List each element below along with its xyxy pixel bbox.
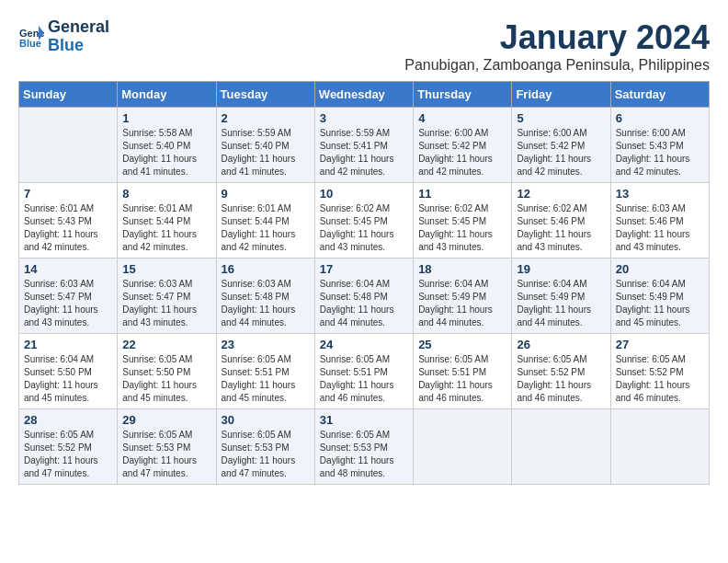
day-info: Sunrise: 6:00 AM Sunset: 5:42 PM Dayligh… [517, 127, 605, 178]
day-info: Sunrise: 6:04 AM Sunset: 5:50 PM Dayligh… [24, 353, 112, 405]
day-info: Sunrise: 6:05 AM Sunset: 5:52 PM Dayligh… [517, 353, 605, 405]
calendar-day-cell [19, 108, 118, 183]
day-header-saturday: Saturday [610, 82, 709, 108]
day-number: 20 [616, 262, 704, 276]
logo-general: General [48, 18, 109, 37]
day-number: 3 [320, 111, 408, 125]
calendar-week-row: 7Sunrise: 6:01 AM Sunset: 5:43 PM Daylig… [19, 183, 710, 259]
day-info: Sunrise: 6:01 AM Sunset: 5:43 PM Dayligh… [24, 202, 112, 254]
calendar-week-row: 1Sunrise: 5:58 AM Sunset: 5:40 PM Daylig… [19, 108, 710, 183]
calendar-day-cell [610, 409, 709, 485]
calendar-day-cell: 13Sunrise: 6:03 AM Sunset: 5:46 PM Dayli… [610, 183, 709, 259]
day-number: 4 [418, 111, 506, 125]
calendar-day-cell: 23Sunrise: 6:05 AM Sunset: 5:51 PM Dayli… [216, 334, 314, 409]
day-info: Sunrise: 6:03 AM Sunset: 5:47 PM Dayligh… [24, 278, 112, 329]
calendar-day-cell: 4Sunrise: 6:00 AM Sunset: 5:42 PM Daylig… [414, 108, 512, 183]
calendar-day-cell: 20Sunrise: 6:04 AM Sunset: 5:49 PM Dayli… [610, 259, 709, 334]
calendar-day-cell: 30Sunrise: 6:05 AM Sunset: 5:53 PM Dayli… [216, 409, 314, 485]
day-info: Sunrise: 6:03 AM Sunset: 5:47 PM Dayligh… [122, 278, 210, 329]
day-header-wednesday: Wednesday [314, 82, 413, 108]
calendar-day-cell: 24Sunrise: 6:05 AM Sunset: 5:51 PM Dayli… [314, 334, 413, 409]
day-number: 13 [616, 187, 704, 201]
day-number: 11 [418, 187, 506, 201]
calendar-day-cell: 1Sunrise: 5:58 AM Sunset: 5:40 PM Daylig… [118, 108, 216, 183]
calendar-day-cell: 7Sunrise: 6:01 AM Sunset: 5:43 PM Daylig… [19, 183, 118, 259]
day-number: 1 [122, 111, 210, 125]
day-number: 6 [616, 111, 704, 125]
calendar-day-cell: 31Sunrise: 6:05 AM Sunset: 5:53 PM Dayli… [314, 409, 413, 485]
day-number: 31 [320, 413, 408, 427]
calendar-header-row: SundayMondayTuesdayWednesdayThursdayFrid… [19, 82, 710, 108]
day-info: Sunrise: 6:01 AM Sunset: 5:44 PM Dayligh… [122, 202, 210, 254]
day-number: 17 [320, 262, 408, 276]
day-number: 10 [320, 187, 408, 201]
day-header-monday: Monday [118, 82, 216, 108]
day-number: 28 [24, 413, 112, 427]
calendar-day-cell: 17Sunrise: 6:04 AM Sunset: 5:48 PM Dayli… [314, 259, 413, 334]
calendar-day-cell: 5Sunrise: 6:00 AM Sunset: 5:42 PM Daylig… [512, 108, 610, 183]
calendar-day-cell: 2Sunrise: 5:59 AM Sunset: 5:40 PM Daylig… [216, 108, 314, 183]
calendar-day-cell: 10Sunrise: 6:02 AM Sunset: 5:45 PM Dayli… [314, 183, 413, 259]
calendar-day-cell: 21Sunrise: 6:04 AM Sunset: 5:50 PM Dayli… [19, 334, 118, 409]
logo-blue: Blue [48, 37, 109, 55]
day-info: Sunrise: 6:05 AM Sunset: 5:50 PM Dayligh… [122, 353, 210, 405]
calendar-day-cell: 14Sunrise: 6:03 AM Sunset: 5:47 PM Dayli… [19, 259, 118, 334]
day-info: Sunrise: 6:03 AM Sunset: 5:46 PM Dayligh… [616, 202, 704, 254]
day-number: 16 [222, 262, 310, 276]
calendar-day-cell: 11Sunrise: 6:02 AM Sunset: 5:45 PM Dayli… [414, 183, 512, 259]
day-info: Sunrise: 6:05 AM Sunset: 5:52 PM Dayligh… [24, 429, 112, 480]
calendar-week-row: 21Sunrise: 6:04 AM Sunset: 5:50 PM Dayli… [19, 334, 710, 409]
day-info: Sunrise: 5:59 AM Sunset: 5:40 PM Dayligh… [222, 127, 310, 178]
day-number: 30 [222, 413, 310, 427]
day-info: Sunrise: 6:04 AM Sunset: 5:49 PM Dayligh… [517, 278, 605, 329]
calendar-table: SundayMondayTuesdayWednesdayThursdayFrid… [18, 81, 710, 485]
calendar-day-cell: 6Sunrise: 6:00 AM Sunset: 5:43 PM Daylig… [610, 108, 709, 183]
day-info: Sunrise: 6:04 AM Sunset: 5:49 PM Dayligh… [616, 278, 704, 329]
day-number: 26 [517, 338, 605, 351]
day-info: Sunrise: 6:02 AM Sunset: 5:46 PM Dayligh… [517, 202, 605, 254]
day-number: 18 [418, 262, 506, 276]
day-number: 23 [222, 338, 310, 351]
day-number: 7 [24, 187, 112, 201]
day-info: Sunrise: 6:05 AM Sunset: 5:51 PM Dayligh… [320, 353, 408, 405]
calendar-week-row: 14Sunrise: 6:03 AM Sunset: 5:47 PM Dayli… [19, 259, 710, 334]
calendar-day-cell: 3Sunrise: 5:59 AM Sunset: 5:41 PM Daylig… [314, 108, 413, 183]
day-number: 27 [616, 338, 704, 351]
calendar-day-cell: 18Sunrise: 6:04 AM Sunset: 5:49 PM Dayli… [414, 259, 512, 334]
day-number: 25 [418, 338, 506, 351]
calendar-day-cell [512, 409, 610, 485]
day-info: Sunrise: 6:00 AM Sunset: 5:43 PM Dayligh… [616, 127, 704, 178]
day-number: 14 [24, 262, 112, 276]
day-number: 24 [320, 338, 408, 351]
day-info: Sunrise: 6:05 AM Sunset: 5:51 PM Dayligh… [418, 353, 506, 405]
month-title: January 2024 [404, 18, 710, 57]
day-number: 5 [517, 111, 605, 125]
day-info: Sunrise: 6:05 AM Sunset: 5:53 PM Dayligh… [320, 429, 408, 480]
day-info: Sunrise: 6:04 AM Sunset: 5:48 PM Dayligh… [320, 278, 408, 329]
title-section: January 2024 Panubigan, Zamboanga Penins… [404, 18, 710, 74]
calendar-day-cell: 27Sunrise: 6:05 AM Sunset: 5:52 PM Dayli… [610, 334, 709, 409]
day-info: Sunrise: 6:04 AM Sunset: 5:49 PM Dayligh… [418, 278, 506, 329]
day-info: Sunrise: 6:02 AM Sunset: 5:45 PM Dayligh… [320, 202, 408, 254]
day-info: Sunrise: 6:03 AM Sunset: 5:48 PM Dayligh… [222, 278, 310, 329]
day-info: Sunrise: 6:01 AM Sunset: 5:44 PM Dayligh… [222, 202, 310, 254]
calendar-day-cell: 12Sunrise: 6:02 AM Sunset: 5:46 PM Dayli… [512, 183, 610, 259]
day-header-tuesday: Tuesday [216, 82, 314, 108]
calendar-day-cell: 26Sunrise: 6:05 AM Sunset: 5:52 PM Dayli… [512, 334, 610, 409]
day-number: 9 [222, 187, 310, 201]
day-number: 12 [517, 187, 605, 201]
calendar-day-cell: 28Sunrise: 6:05 AM Sunset: 5:52 PM Dayli… [19, 409, 118, 485]
day-number: 21 [24, 338, 112, 351]
day-info: Sunrise: 6:05 AM Sunset: 5:53 PM Dayligh… [222, 429, 310, 480]
day-info: Sunrise: 5:58 AM Sunset: 5:40 PM Dayligh… [122, 127, 210, 178]
calendar-week-row: 28Sunrise: 6:05 AM Sunset: 5:52 PM Dayli… [19, 409, 710, 485]
day-number: 2 [222, 111, 310, 125]
day-number: 19 [517, 262, 605, 276]
header: General Blue General Blue January 2024 P… [18, 18, 710, 74]
logo-icon: General Blue [18, 24, 44, 50]
day-header-thursday: Thursday [414, 82, 512, 108]
day-number: 22 [122, 338, 210, 351]
day-info: Sunrise: 6:05 AM Sunset: 5:51 PM Dayligh… [222, 353, 310, 405]
calendar-day-cell: 15Sunrise: 6:03 AM Sunset: 5:47 PM Dayli… [118, 259, 216, 334]
calendar-day-cell: 9Sunrise: 6:01 AM Sunset: 5:44 PM Daylig… [216, 183, 314, 259]
